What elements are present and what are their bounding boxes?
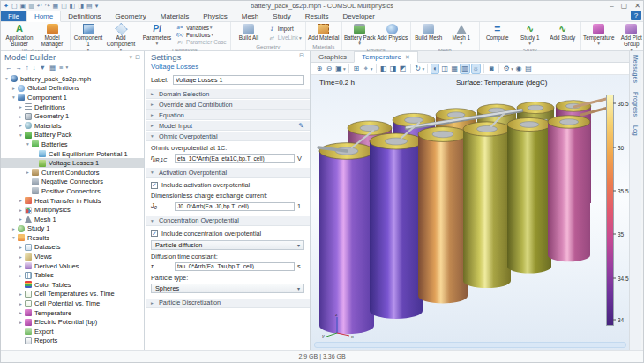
- collapsed-arrow-icon[interactable]: ▸: [18, 114, 24, 119]
- battery-pack-button[interactable]: Battery Pack ▾: [344, 23, 376, 47]
- dock-tab-progress[interactable]: Progress: [633, 92, 639, 117]
- tab-definitions[interactable]: Definitions: [61, 11, 108, 21]
- study-1-button[interactable]: ∿ Study 1 ▾: [514, 23, 546, 47]
- collapsed-arrow-icon[interactable]: ▸: [18, 216, 24, 222]
- model-manager-button[interactable]: Model Manager: [36, 23, 68, 48]
- diffusion-time-input[interactable]: [175, 262, 295, 271]
- particle-type-select[interactable]: Spheres ▾: [151, 284, 304, 293]
- zoom-in-icon[interactable]: ⊕: [315, 64, 324, 74]
- section-domain-selection[interactable]: ▸Domain Selection: [146, 88, 310, 99]
- dock-tab-messages[interactable]: Messages: [633, 55, 639, 83]
- zoom-box-icon[interactable]: ⊞: [352, 64, 361, 74]
- zoom-out-icon[interactable]: ⊖: [325, 64, 333, 74]
- collapsed-arrow-icon[interactable]: ▸: [18, 273, 24, 278]
- concentration-checkbox[interactable]: ✓: [151, 230, 158, 237]
- panel-pin-icon[interactable]: ⊟: [135, 54, 140, 61]
- tab-results[interactable]: Results: [298, 11, 336, 21]
- tree-item-positive-connectors[interactable]: Positive Connectors: [1, 186, 144, 196]
- section-model-input[interactable]: ▸Model Input✎: [146, 120, 310, 131]
- open-file-icon[interactable]: ▣: [20, 2, 26, 10]
- dropdown-caret-icon[interactable]: ▾: [343, 66, 346, 72]
- tree-item-views[interactable]: ▸Views: [1, 252, 144, 261]
- tab-temperature[interactable]: Temperature ✕: [354, 51, 418, 63]
- tree-item-batteries[interactable]: ▾Batteries: [1, 140, 144, 149]
- tree-item-cell-temperatures-vs-time[interactable]: ▸Cell Temperatures vs. Time: [1, 290, 144, 299]
- close-tab-icon[interactable]: ✕: [405, 54, 410, 61]
- view-zx-icon[interactable]: ◩: [399, 64, 408, 74]
- tree-item-definitions[interactable]: ▸Definitions: [1, 102, 144, 112]
- tree-item-results[interactable]: ▾Results: [1, 233, 144, 243]
- print-icon[interactable]: ▤: [86, 2, 93, 10]
- tree-item-color-tables[interactable]: Color Tables: [1, 280, 144, 290]
- add-physics-button[interactable]: Add Physics: [377, 23, 408, 47]
- tree-item-materials[interactable]: ▸Materials: [1, 121, 144, 131]
- panel-pin-icon[interactable]: ⊟: [299, 52, 304, 62]
- dropdown-caret-icon[interactable]: ▾: [371, 66, 373, 72]
- nav-forward-icon[interactable]: →: [16, 64, 23, 72]
- close-button[interactable]: ✕: [634, 2, 640, 10]
- tree-item-temperature[interactable]: ▸Temperature: [1, 308, 144, 318]
- section-ohmic-overpotential[interactable]: ▾Ohmic Overpotential: [146, 131, 310, 141]
- add-plot-group-button[interactable]: Add Plot Group ▾: [616, 23, 644, 53]
- expanded-arrow-icon[interactable]: ▾: [18, 132, 24, 138]
- undo-icon[interactable]: ↶: [37, 2, 42, 10]
- view-yz-icon[interactable]: ◨: [389, 64, 398, 74]
- import-button[interactable]: ↧ Import: [267, 26, 302, 32]
- tab-geometry[interactable]: Geometry: [109, 11, 154, 21]
- temperature-plot-button[interactable]: Temperature ▾: [583, 23, 615, 53]
- tree-item-global-definitions[interactable]: ▸Global Definitions: [1, 84, 144, 94]
- tree-item-datasets[interactable]: ▸Datasets: [1, 243, 144, 253]
- expanded-arrow-icon[interactable]: ▾: [11, 235, 17, 240]
- expanded-arrow-icon[interactable]: ▾: [25, 141, 31, 147]
- rotate-view-icon[interactable]: ↻: [414, 64, 423, 74]
- move-up-icon[interactable]: ↑: [26, 64, 29, 72]
- particle-diffusion-select[interactable]: Particle diffusion ▾: [151, 240, 304, 250]
- duplicate-icon[interactable]: ◧: [70, 2, 76, 10]
- transparency-icon[interactable]: ◫: [440, 64, 449, 74]
- save-icon[interactable]: ▥: [28, 2, 34, 10]
- livelink-button[interactable]: ⇄ LiveLink ▾: [267, 34, 302, 41]
- tab-physics[interactable]: Physics: [196, 11, 235, 21]
- tree-item-derived-values[interactable]: ▸Derived Values: [1, 261, 144, 271]
- tree-item-cell-potential-vs-time[interactable]: ▸Cell Potential vs. Time: [1, 299, 144, 308]
- wireframe-icon[interactable]: ▦: [450, 64, 459, 74]
- add-material-button[interactable]: Add Material: [308, 23, 340, 43]
- tree-item-mesh-1[interactable]: ▸Mesh 1: [1, 215, 144, 224]
- qat-overflow-icon[interactable]: ▾: [95, 2, 99, 10]
- collapsed-arrow-icon[interactable]: ▸: [25, 170, 31, 175]
- tab-developer[interactable]: Developer: [335, 11, 381, 21]
- panel-menu-icon[interactable]: ▾: [130, 54, 133, 61]
- section-activation-overpotential[interactable]: ▾Activation Overpotential: [146, 167, 310, 178]
- collapsed-arrow-icon[interactable]: ▸: [18, 208, 24, 213]
- section-equation[interactable]: ▸Equation: [146, 110, 310, 120]
- collapsed-arrow-icon[interactable]: ▸: [18, 245, 24, 250]
- activation-checkbox[interactable]: ✓: [151, 182, 158, 189]
- tree-item-root[interactable]: ▾battery_pack_6s2p.mph: [1, 74, 144, 84]
- collapsed-arrow-icon[interactable]: ▸: [11, 226, 17, 231]
- plot-canvas[interactable]: Time=0.2 h Surface: Temperature (degC): [311, 75, 629, 350]
- collapsed-arrow-icon[interactable]: ▸: [18, 198, 24, 203]
- go-to-default-view-icon[interactable]: ⌖: [362, 64, 371, 74]
- tree-item-electric-potential-bp[interactable]: ▸Electric Potential (bp): [1, 317, 144, 327]
- collapsed-arrow-icon[interactable]: ▸: [18, 320, 24, 325]
- component-button[interactable]: Component 1 ▾: [72, 23, 104, 53]
- tab-study[interactable]: Study: [266, 11, 297, 21]
- paste-icon[interactable]: ◫: [61, 2, 67, 10]
- section-concentration-overpotential[interactable]: ▾Concentration Overpotential: [146, 216, 310, 226]
- view-xy-icon[interactable]: ◧: [379, 64, 388, 74]
- print-icon[interactable]: ▤: [524, 64, 533, 74]
- tree-item-cell-equilibrium-potential[interactable]: Cell Equilibrium Potential 1: [1, 149, 144, 159]
- move-down-icon[interactable]: ↓: [33, 64, 36, 72]
- tree-item-voltage-losses[interactable]: Voltage Losses 1: [1, 158, 144, 168]
- redo-icon[interactable]: ↷: [45, 2, 50, 10]
- tree-item-current-conductors[interactable]: ▸Current Conductors: [1, 168, 144, 178]
- scene-light-icon[interactable]: ☼: [471, 64, 481, 74]
- plot-settings-gear-icon[interactable]: ⚙: [502, 64, 511, 74]
- expanded-arrow-icon[interactable]: ▾: [11, 95, 17, 100]
- tree-item-export[interactable]: Export: [1, 327, 144, 337]
- tab-home[interactable]: Home: [26, 11, 61, 22]
- select-mode-icon[interactable]: ◐: [431, 64, 439, 74]
- copy-icon[interactable]: ▦: [53, 2, 59, 10]
- show-grid-icon[interactable]: ▦: [49, 64, 56, 72]
- add-study-button[interactable]: ∿ Add Study: [547, 23, 579, 47]
